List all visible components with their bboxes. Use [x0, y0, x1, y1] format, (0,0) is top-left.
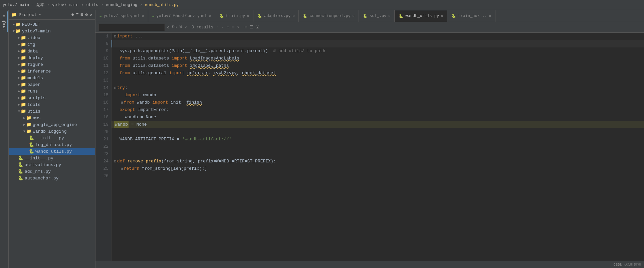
tree-item-models[interactable]: ▶ 📁 models — [9, 75, 95, 81]
tree-item-yolov7-main[interactable]: ▼ 📁 yolov7-main — [9, 28, 95, 34]
tab-yolov7-spd[interactable]: ≡ yolov7-spd.yaml ✕ — [95, 10, 148, 22]
tree-item-utils[interactable]: ▼ 📁 utils — [9, 108, 95, 115]
code-line-21: WANDB_ARTIFACT_PREFIX = 'wandb-artifact:… — [112, 136, 644, 143]
tab-close-btn[interactable]: ✕ — [247, 14, 249, 18]
tab-close-btn[interactable]: ✕ — [292, 14, 294, 18]
match-word-icon[interactable]: W — [180, 25, 182, 30]
prev-result-icon[interactable]: ↑ — [217, 25, 219, 30]
tree-item-log-dataset[interactable]: 🐍 log_dataset.py — [9, 141, 95, 148]
tree-item-tools[interactable]: ▶ 📁 tools — [9, 101, 95, 108]
collapse-icon[interactable]: ⊟ — [81, 12, 83, 17]
tree-item-autoanchor[interactable]: 🐍 autoanchor.py — [9, 175, 95, 181]
keyword-import: import — [117, 33, 133, 40]
tree-label: google_app_engine — [33, 122, 77, 127]
tab-close-btn[interactable]: ✕ — [489, 14, 491, 18]
tree-item-deploy[interactable]: ▶ 📁 deploy — [9, 54, 95, 61]
fold-icon[interactable]: ⊟ — [114, 84, 117, 92]
add-icon[interactable]: ⊕ — [71, 12, 74, 17]
breadcrumb-part3: wandb_logging — [106, 3, 138, 7]
fold-icon[interactable]: ⊟ — [114, 99, 123, 106]
search-icons: ↺ Cc W ✳ — [167, 25, 187, 30]
py-icon: 🐍 — [18, 155, 23, 161]
breadcrumb-part1: yolov7-main — [52, 3, 78, 7]
tab-ghostconv[interactable]: ≡ yolov7-GhostConv.yaml ✕ — [148, 10, 215, 22]
tree-item-runs[interactable]: ▶ 📁 runs — [9, 88, 95, 95]
tree-item-inference[interactable]: ▶ 📁 inference — [9, 68, 95, 75]
regex-icon[interactable]: ✳ — [185, 25, 187, 30]
tab-connectionpool[interactable]: 🐍 connectionpool.py ✕ — [299, 10, 359, 22]
tree-item-scripts[interactable]: ▶ 📁 scripts — [9, 95, 95, 101]
tree-arrow: ▼ — [23, 130, 25, 133]
search-input[interactable] — [98, 24, 165, 31]
tree-item-wandb-logging[interactable]: ▼ 📁 wandb_logging — [9, 128, 95, 135]
tree-item-init-py-2[interactable]: 🐍 __init__.py — [9, 155, 95, 161]
tree-item-add-nms[interactable]: 🐍 add_nms.py — [9, 168, 95, 175]
tree-arrow: ▶ — [18, 103, 20, 107]
project-tab-btn[interactable]: Project — [1, 11, 8, 32]
tree-label: tools — [27, 102, 40, 107]
tab-close-btn[interactable]: ✕ — [388, 14, 390, 18]
tab-close-btn[interactable]: ✕ — [441, 14, 443, 18]
fold-icon[interactable]: ⊟ — [114, 33, 117, 40]
line-numbers: 1 8 9 10 11 12 13 14 15 16 17 18 19 20 2… — [95, 33, 112, 261]
tree-arrow: ▶ — [18, 56, 20, 60]
tree-arrow: ▶ — [18, 36, 20, 40]
py-icon: 🐍 — [303, 14, 307, 18]
toggle-wrap-icon[interactable]: ⊡ — [227, 25, 229, 30]
tree-label: add_nms.py — [25, 169, 51, 174]
folder-icon: 📁 — [21, 69, 26, 74]
next-result-icon[interactable]: ↓ — [222, 25, 224, 30]
tree-label: __init__.py — [25, 156, 53, 161]
tree-item-paper[interactable]: ▶ 📁 paper — [9, 81, 95, 88]
tab-close-btn[interactable]: ✕ — [142, 14, 144, 18]
tree-item-idea[interactable]: ▶ 📁 .idea — [9, 34, 95, 41]
tab-wandb-utils[interactable]: 🐍 wandb_utils.py ✕ — [395, 10, 447, 22]
extra-icon1[interactable]: ⊞ — [232, 25, 234, 30]
code-line-19: wandb = None — [112, 121, 644, 128]
expand-icon[interactable]: ≡ — [76, 12, 79, 17]
tree-label: figure — [27, 62, 43, 67]
tree-label: runs — [27, 89, 38, 94]
folder-icon: 📁 — [26, 115, 31, 121]
search-bar: ↺ Cc W ✳ 0 results ↑ ↓ ⊡ ⊞ ⌥ ⊟ ☰ ⊻ — [95, 22, 644, 33]
tab-adapters[interactable]: 🐍 adapters.py ✕ — [253, 10, 299, 22]
tab-close-btn[interactable]: ✕ — [209, 14, 211, 18]
code-editor[interactable]: 1 8 9 10 11 12 13 14 15 16 17 18 19 20 2… — [95, 33, 644, 261]
funnel-icon[interactable]: ⊻ — [256, 25, 259, 30]
tree-item-wandb-utils[interactable]: 🐍 wandb_utils.py — [9, 148, 95, 155]
settings-icon[interactable]: ⚙ — [85, 12, 88, 17]
filter-icon[interactable]: ⊟ — [245, 25, 247, 30]
fold-icon[interactable]: ⊟ — [114, 158, 117, 165]
column-icon[interactable]: ☰ — [250, 25, 253, 30]
tree-label: log_dataset.py — [35, 142, 72, 147]
code-line-9: sys.path.append(str(Path(__file__).paren… — [112, 47, 644, 55]
match-case-icon[interactable]: Cc — [172, 25, 177, 30]
code-line-8 — [112, 40, 644, 47]
extra-icon2[interactable]: ⌥ — [237, 25, 239, 30]
tab-label: yolov7-GhostConv.yaml — [156, 14, 207, 18]
tab-train-aux[interactable]: 🐍 train_aux... ✕ — [447, 10, 495, 22]
fold-icon[interactable]: ⊟ — [114, 165, 123, 172]
tab-close-btn[interactable]: ✕ — [353, 14, 355, 18]
py-icon: 🐍 — [29, 149, 34, 154]
tree-item-google-app-engine[interactable]: ▶ 📁 google_app_engine — [9, 121, 95, 128]
code-line-25: ⊟ return from_string[len(prefix):] — [112, 165, 644, 172]
tab-ssl[interactable]: 🐍 ssl_.py ✕ — [359, 10, 395, 22]
code-line-23 — [112, 150, 644, 158]
tab-train[interactable]: 🐍 train.py ✕ — [215, 10, 254, 22]
tree-item-aws[interactable]: ▶ 📁 aws — [9, 115, 95, 121]
tree-item-activations[interactable]: 🐍 activations.py — [9, 161, 95, 168]
refresh-icon[interactable]: ↺ — [167, 25, 169, 30]
tree-item-data[interactable]: ▶ 📁 data — [9, 48, 95, 54]
tree-item-figure[interactable]: ▶ 📁 figure — [9, 61, 95, 68]
code-line-20 — [112, 128, 644, 136]
tree-item-init-py-1[interactable]: 🐍 __init__.py — [9, 135, 95, 141]
tree-item-NEU-DET[interactable]: ▶ 📁 NEU-DET — [9, 21, 95, 28]
tree-label: paper — [27, 82, 40, 87]
tab-label: ssl_.py — [370, 14, 386, 18]
yaml-icon: ≡ — [99, 14, 102, 18]
tree-item-cfg[interactable]: ▶ 📁 cfg — [9, 41, 95, 48]
close-icon[interactable]: ✕ — [90, 12, 92, 17]
code-content: ⊟ import ... sys.path.append(str(Path(__… — [112, 33, 644, 261]
tree-arrow: ▶ — [18, 69, 20, 73]
